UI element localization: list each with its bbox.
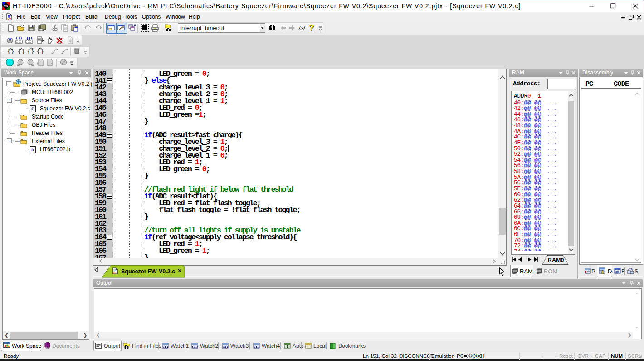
svg-text:ox: ox xyxy=(615,270,619,273)
svg-text:{}: {} xyxy=(27,48,34,55)
svg-text:{}: {} xyxy=(18,48,25,55)
svg-text:h: h xyxy=(31,147,34,152)
svg-text:HT: HT xyxy=(8,18,11,20)
svg-text:{}: {} xyxy=(7,48,15,55)
svg-text:C: C xyxy=(31,106,34,111)
svg-text:Htk: Htk xyxy=(3,5,8,8)
svg-text:RAM0: RAM0 xyxy=(548,257,564,263)
svg-text:HT: HT xyxy=(113,272,117,274)
